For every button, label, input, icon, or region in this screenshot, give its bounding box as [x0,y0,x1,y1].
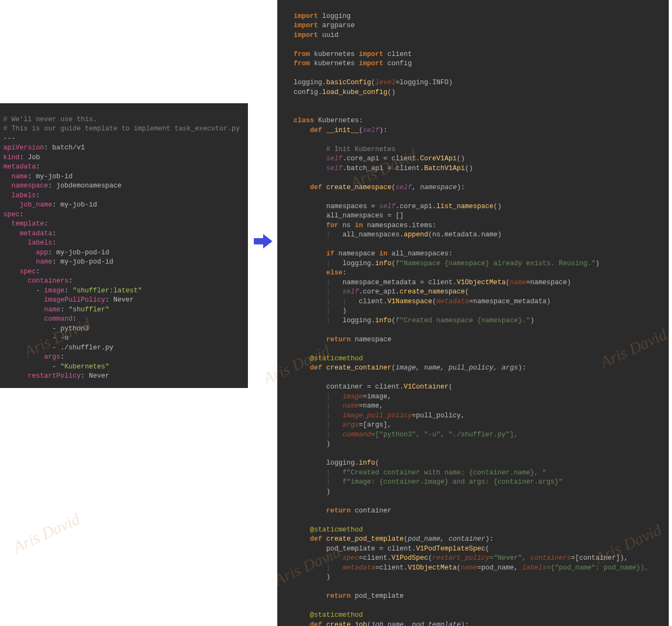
yaml-metadata2-key: metadata [20,230,52,237]
py-from1: from [294,51,310,58]
py-listns: list_namespace [437,203,494,210]
yaml-comment2: # This is our guide template to implemen… [3,125,240,133]
yaml-namespace-key: namespace [11,182,48,190]
py-loginfo2b: f"image: {container.image} and args: {co… [343,478,563,486]
yaml-restart-val: Never [89,372,110,380]
py-staticmethod1: @staticmethod [310,355,363,362]
yaml-spec-key: spec [3,211,20,218]
yaml-ipp-val: Never [114,296,134,304]
py-init-comment: # Init Kubernetes [326,146,396,153]
yaml-cname-val: "shuffler" [69,306,109,314]
yaml-command-key: command [44,315,73,323]
yaml-apiversion-val: batch/v1 [52,144,85,152]
py-fstr1: f"Namespace {namespace} already exists. … [396,260,596,267]
yaml-image-val: "shuffler:latest" [73,287,142,295]
yaml-cmd3: ./shuffler.py [60,344,114,352]
yaml-apiversion-key: apiVersion [3,144,44,152]
yaml-kind-key: kind [3,154,20,161]
yaml-args-key: args [44,353,60,361]
py-import1: import [294,12,318,20]
yaml-namespace-val: jobdemonamespace [57,182,122,190]
py-batchv1api: BatchV1Api [424,165,465,172]
py-fstr2: f"Created namespace {namespace}." [396,317,531,324]
py-import2: import [294,22,318,29]
yaml-jobname-key: job_name [20,201,52,209]
yaml-app-key: app [36,249,48,256]
py-init: __init__ [326,127,359,134]
py-loadkube: load_kube_config [322,89,388,96]
py-uuid: uuid [322,32,339,39]
yaml-name-key: name [11,173,28,180]
py-create-container: create_container [326,364,391,372]
yaml-jobname-val: my-job-id [60,201,97,209]
python-editor: import logging import argparse import uu… [277,0,669,626]
yaml-template-key: template [11,220,44,228]
yaml-cmd1: python3 [60,325,89,333]
yaml-kind-val: Job [28,154,40,161]
py-classname: Kubernetes: [318,117,363,124]
py-create-pod-template: create_pod_template [326,535,404,543]
yaml-labels2-key: labels [28,239,52,247]
yaml-app-val: my-job-pod-id [57,249,110,256]
py-corev1api: CoreV1Api [420,155,457,162]
py-create-namespace: create_namespace [326,184,391,191]
py-from2: from [294,60,310,67]
yaml-restart-key: restartPolicy [28,372,81,380]
py-logging: logging [322,12,351,20]
py-basicconfig: basicConfig [326,79,371,86]
yaml-metadata-key: metadata [3,163,36,171]
watermark: Aris David [9,508,83,558]
yaml-cmd2: -u [60,334,69,342]
py-staticmethod2: @staticmethod [310,526,363,534]
yaml-args1: "Kubernetes" [60,363,109,371]
yaml-spec2-key: spec [20,268,36,276]
yaml-comment1: # We'll never use this. [3,116,97,123]
yaml-containers-key: containers [28,277,69,285]
yaml-editor: # We'll never use this. # This is our gu… [0,103,248,388]
py-import3: import [294,32,318,39]
py-argparse: argparse [322,22,355,29]
yaml-name2-key: name [36,258,52,266]
yaml-name-val: my-job-id [36,173,73,180]
py-loginfo2a: f"Created container with name: {containe… [343,469,546,477]
yaml-labels-key: labels [11,192,36,199]
yaml-image-key: image [44,287,65,295]
arrow-icon [253,231,273,252]
py-create-job: create_job [326,621,367,627]
py-staticmethod3: @staticmethod [310,611,363,619]
yaml-name2-val: my-job-pod-id [60,258,114,266]
yaml-dashes: --- [3,135,16,142]
yaml-ipp-key: imagePullPolicy [44,296,105,304]
yaml-cname-key: name [44,306,60,314]
py-class-kw: class [294,117,314,124]
